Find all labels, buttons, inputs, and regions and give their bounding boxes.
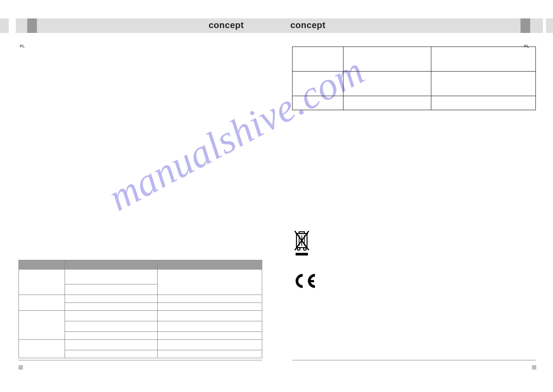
table-cell <box>65 295 158 302</box>
header-band-outer-right <box>546 18 553 33</box>
footer-square-right <box>532 365 536 370</box>
troubleshooting-table: Problem Przyczyna Rozwiązanie Urządzenie… <box>18 260 262 358</box>
paragraph: … <box>18 63 262 68</box>
paragraph: … <box>18 54 262 59</box>
table-cell <box>431 72 535 96</box>
footer-rule-right <box>292 360 536 360</box>
language-badge-left: PL <box>20 44 30 48</box>
brand-logo-right: concept <box>290 20 325 30</box>
model-code-left: VP4170 <box>228 365 242 370</box>
language-badge-right: PL <box>524 44 535 48</box>
table-cell <box>157 331 262 339</box>
header-band-outer-left <box>0 18 9 33</box>
table-cell <box>293 47 343 72</box>
table-cell <box>157 350 262 358</box>
table-cell <box>431 96 535 110</box>
table-header-row: Problem Przyczyna Rozwiązanie <box>19 260 262 269</box>
table-header: Problem <box>19 260 65 269</box>
header-tab-right <box>520 18 530 33</box>
table-cell <box>65 302 158 310</box>
model-code-right: VP4170 <box>292 365 306 370</box>
page-number-left: 28 <box>26 365 31 370</box>
paragraph: … <box>292 152 536 158</box>
section-title-service: SERWIS <box>292 116 536 121</box>
right-page: PL SERWIS … OCHRONA ŚRODOWISKA … … … <box>292 44 536 172</box>
table-header: Przyczyna <box>65 260 158 269</box>
brand-logo-left: concept <box>209 20 244 30</box>
table-cell <box>157 302 262 310</box>
table-row <box>19 310 262 321</box>
table-cell: Niewłaściwe podłączenie <box>65 284 158 295</box>
table-cell <box>293 96 343 110</box>
weee-bin-icon <box>292 228 311 256</box>
svg-rect-5 <box>296 253 308 255</box>
table-cell <box>157 339 262 350</box>
svg-point-2 <box>304 248 306 250</box>
paragraph: … <box>292 162 536 167</box>
section-title-troubleshooting: ROZWIĄZYWANIE PROBLEMÓW <box>18 85 262 90</box>
header-band-main <box>16 18 543 33</box>
table-cell <box>65 350 158 358</box>
table-cell <box>293 72 343 96</box>
table-cell <box>19 310 65 339</box>
svg-point-1 <box>297 248 300 250</box>
table-cell <box>19 295 65 310</box>
table-cell <box>65 321 158 331</box>
paragraph: … <box>18 73 262 78</box>
table-row <box>293 47 536 72</box>
left-page: PL … … … … ROZWIĄZYWANIE PROBLEMÓW Probl… <box>18 44 262 358</box>
svg-rect-6 <box>308 280 314 282</box>
table-cell <box>157 310 262 321</box>
paragraph: … <box>18 44 262 49</box>
ce-mark-icon <box>292 272 318 290</box>
table-cell <box>343 72 431 96</box>
table-row <box>19 339 262 350</box>
table-cell: Sprawdź przewód zasilający i bezpiecznik… <box>157 269 262 295</box>
table-cell <box>65 339 158 350</box>
table-cell <box>19 339 65 358</box>
table-cell: Brak zasilania <box>65 269 158 284</box>
table-row <box>293 72 536 96</box>
table-cell <box>343 96 431 110</box>
table-cell <box>65 310 158 321</box>
table-cell: Urządzenie nie działa <box>19 269 65 295</box>
table-cell <box>343 47 431 72</box>
table-header: Rozwiązanie <box>157 260 262 269</box>
continuation-table <box>292 47 536 110</box>
table-row: Urządzenie nie działa Brak zasilania Spr… <box>19 269 262 284</box>
paragraph: … <box>292 143 536 148</box>
table-row <box>293 96 536 110</box>
footer-square-left <box>18 365 23 370</box>
paragraph: … <box>292 124 536 129</box>
page-number-right: 29 <box>522 365 527 370</box>
table-cell <box>157 321 262 331</box>
table-cell <box>65 331 158 339</box>
table-row <box>19 295 262 302</box>
section-title-environment: OCHRONA ŚRODOWISKA <box>292 135 536 140</box>
header-tab-left <box>27 18 37 33</box>
footer-rule-left <box>18 360 262 360</box>
table-cell <box>157 295 262 302</box>
table-cell <box>431 47 535 72</box>
